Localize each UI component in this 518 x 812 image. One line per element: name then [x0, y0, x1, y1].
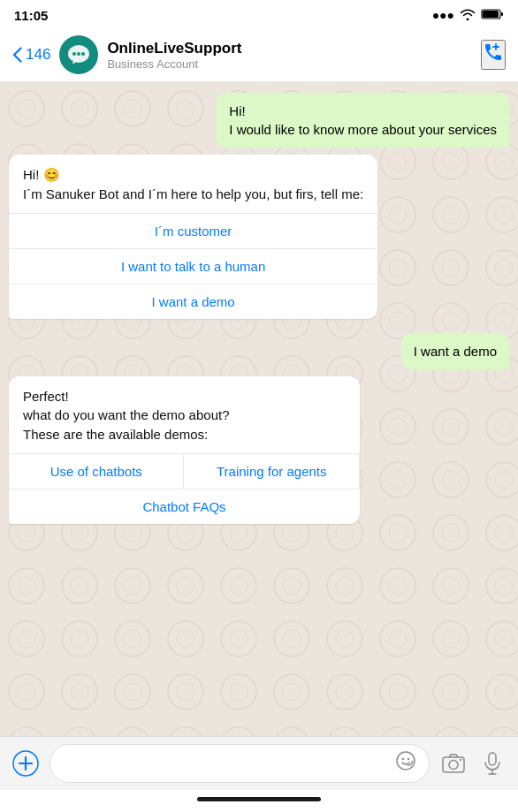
outgoing-text-2: I want a demo: [414, 344, 497, 359]
outgoing-bubble-2: I want a demo: [401, 333, 509, 369]
camera-button[interactable]: [438, 748, 468, 778]
message-row-3: I want a demo: [9, 333, 509, 369]
svg-rect-16: [489, 753, 496, 765]
back-count: 146: [26, 46, 50, 64]
chat-area: Hi!I would like to know more about your …: [0, 82, 518, 736]
text-input-wrap: [50, 744, 430, 783]
mic-button[interactable]: [477, 748, 507, 778]
svg-rect-1: [483, 11, 499, 18]
bot-card2-buttons: Use of chatbots Training for agents Chat…: [9, 453, 360, 524]
svg-point-12: [408, 758, 409, 760]
svg-rect-2: [501, 12, 503, 16]
bot-card-text-2: Perfect! what do you want the demo about…: [9, 376, 360, 453]
bot-card-buttons-1: I´m customer I want to talk to a human I…: [9, 213, 377, 319]
bot-btn-chatbots[interactable]: Use of chatbots: [9, 454, 184, 489]
svg-point-15: [460, 759, 461, 761]
input-bar: [0, 736, 518, 790]
message-row-4: Perfect! what do you want the demo about…: [9, 376, 509, 531]
status-time: 11:05: [14, 8, 48, 23]
contact-subtitle: Business Account: [107, 57, 472, 71]
bot-btn-faqs[interactable]: Chatbot FAQs: [9, 489, 360, 524]
avatar: [59, 35, 98, 74]
svg-point-5: [77, 52, 80, 56]
bot-btn-human[interactable]: I want to talk to a human: [9, 249, 377, 285]
phone-button[interactable]: [481, 40, 506, 70]
contact-name: OnlineLiveSupport: [107, 40, 472, 57]
home-bar: [197, 797, 321, 801]
svg-point-6: [81, 52, 85, 56]
svg-point-4: [72, 52, 76, 56]
bot-card-1: Hi! 😊 I´m Sanuker Bot and I´m here to he…: [9, 155, 377, 319]
svg-point-14: [449, 761, 458, 770]
bot-btn-demo[interactable]: I want a demo: [9, 285, 377, 319]
outgoing-text-1: Hi!I would like to know more about your …: [229, 103, 497, 137]
back-button[interactable]: 146: [12, 46, 50, 64]
bot-btn-customer[interactable]: I´m customer: [9, 214, 377, 249]
bot-btn-training[interactable]: Training for agents: [184, 454, 359, 489]
battery-icon: [481, 8, 504, 23]
sticker-icon[interactable]: [395, 750, 416, 777]
contact-info: OnlineLiveSupport Business Account: [107, 40, 472, 71]
home-indicator: [0, 790, 518, 812]
signal-icon: ●●●: [432, 8, 454, 22]
svg-point-11: [402, 758, 404, 760]
outgoing-bubble-1: Hi!I would like to know more about your …: [217, 93, 509, 148]
message-row-1: Hi!I would like to know more about your …: [9, 93, 509, 148]
bot-card-2: Perfect! what do you want the demo about…: [9, 376, 360, 524]
header: 146 OnlineLiveSupport Business Account: [0, 28, 518, 82]
wifi-icon: [460, 8, 476, 23]
add-button[interactable]: [11, 748, 41, 778]
bot-card-text-1: Hi! 😊 I´m Sanuker Bot and I´m here to he…: [9, 155, 377, 213]
message-input[interactable]: [63, 756, 390, 771]
message-row-2: Hi! 😊 I´m Sanuker Bot and I´m here to he…: [9, 155, 509, 326]
status-bar: 11:05 ●●●: [0, 0, 518, 28]
status-icons: ●●●: [432, 8, 504, 23]
